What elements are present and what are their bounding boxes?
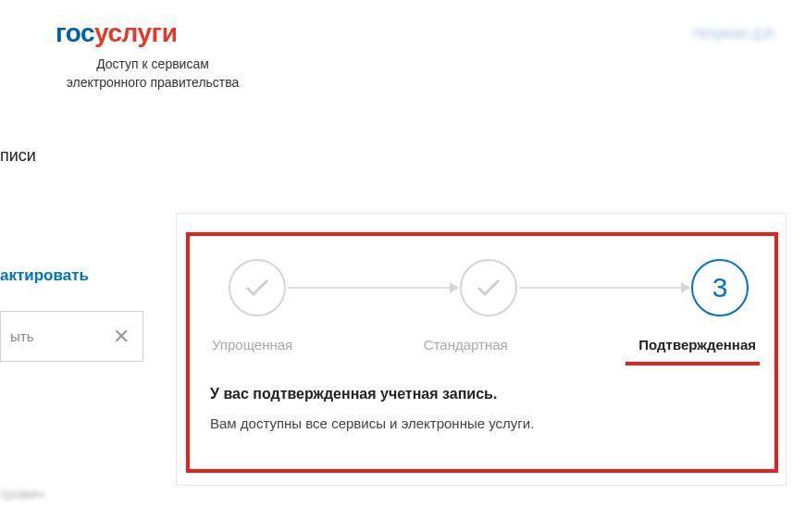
check-icon	[244, 278, 270, 297]
input-label: ыть	[10, 328, 33, 344]
logo-uslugi: услуги	[94, 19, 177, 47]
step-3-label: Подтвержденная	[638, 337, 756, 353]
step-1-label: Упрощенная	[212, 337, 292, 353]
step-3-number: 3	[712, 272, 728, 303]
step-2-label: Стандартная	[424, 337, 508, 353]
step-2-circle	[460, 259, 517, 316]
tagline: Доступ к сервисам электронного правитель…	[56, 56, 250, 92]
edit-link[interactable]: актировать	[0, 266, 143, 285]
arrow-2	[519, 287, 689, 289]
close-icon[interactable]: ✕	[113, 325, 130, 349]
input-box[interactable]: ыть ✕	[0, 311, 143, 362]
logo-gos: гос	[56, 19, 94, 47]
arrow-1	[288, 287, 458, 289]
status-card: 3 Упрощенная Стандартная Подтвержденная …	[176, 213, 786, 486]
check-icon	[476, 278, 502, 297]
labels-row: Упрощенная Стандартная Подтвержденная	[210, 337, 756, 353]
status-description: Вам доступны все сервисы и электронные у…	[210, 415, 756, 431]
step-1-circle	[229, 259, 286, 316]
status-title: У вас подтвержденная учетная запись.	[210, 386, 756, 402]
step-3-circle: 3	[691, 259, 749, 316]
bottom-blurred-text: трович	[0, 486, 44, 501]
section-title: писи	[0, 146, 36, 166]
highlight-box: 3 Упрощенная Стандартная Подтвержденная …	[186, 232, 778, 473]
underline-indicator	[625, 362, 760, 365]
user-name[interactable]: Петренко Д.В.	[692, 26, 777, 41]
steps-row: 3	[210, 259, 756, 316]
